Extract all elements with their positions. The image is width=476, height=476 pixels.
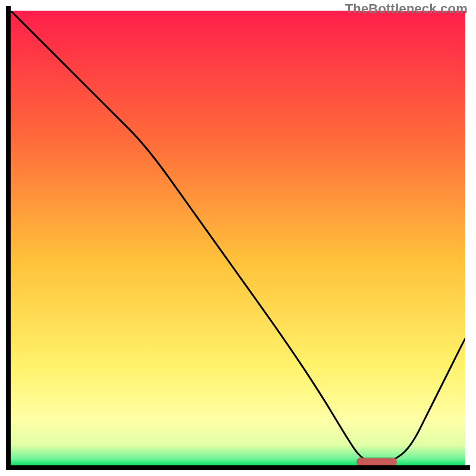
chart-container: TheBottleneck.com — [0, 0, 476, 476]
y-axis — [6, 6, 11, 470]
optimal-band-marker — [356, 458, 397, 465]
x-axis — [6, 465, 470, 470]
svg-rect-0 — [11, 11, 465, 465]
gradient-background — [11, 11, 465, 465]
plot-area — [11, 11, 465, 465]
watermark-text: TheBottleneck.com — [345, 1, 468, 17]
